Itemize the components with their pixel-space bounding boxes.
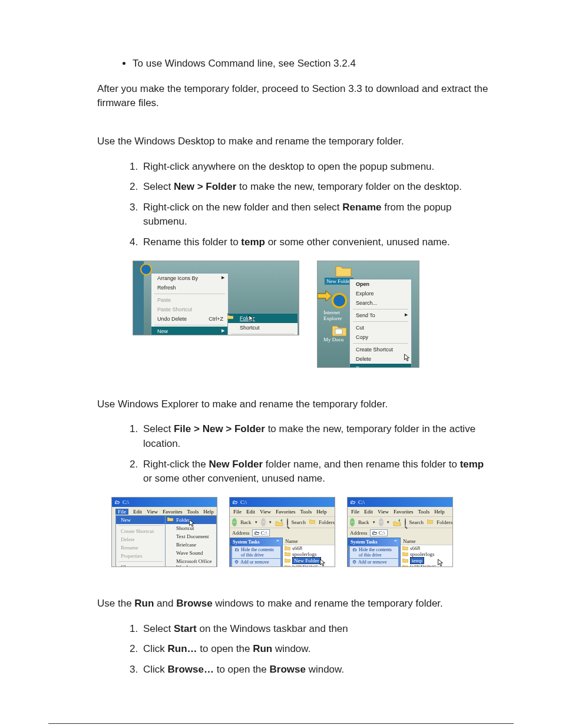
file-item-temp[interactable]: temp [401,557,452,564]
menu-favorites[interactable]: Favorites [276,509,296,515]
task-hide[interactable]: 🗀Hide the contents of this drive [350,546,398,558]
menu-item-delete[interactable]: Delete [350,354,411,364]
menu-favorites[interactable]: Favorites [163,509,183,515]
menu-view[interactable]: View [147,509,158,515]
screenshot-desktop-new-folder: Arrange Icons By Refresh Paste Paste Sho… [133,261,299,335]
my-documents-icon[interactable] [332,324,347,337]
address-bar: Address🗁 C:\ [230,528,335,538]
menu-item-paste-shortcut: Paste Shortcut [151,305,228,314]
document-page: To use Windows Command line, see Section… [0,0,562,723]
collapse-icon[interactable]: ⌃ [394,539,398,545]
ordered-list-desktop: Right-click anywhere on the desktop to o… [97,160,490,250]
menu-item-new[interactable]: New [116,516,166,524]
collapse-icon[interactable]: ⌃ [276,539,280,545]
menu-item-rename[interactable]: Rename [350,364,411,368]
section-intro: Use Windows Explorer to make and rename … [97,397,490,412]
my-documents-label: My Docu [323,337,343,342]
folder-icon[interactable] [335,264,352,277]
list-item: Select New > Folder to make the new, tem… [141,180,490,195]
menu-view[interactable]: View [260,509,271,515]
menu-help[interactable]: Help [434,509,445,515]
menu-file[interactable]: File [233,509,242,515]
ordered-list-explorer: Select File > New > Folder to make the n… [97,422,490,486]
address-bar: Address🗁 C:\ [348,528,452,538]
menu-help[interactable]: Help [203,509,214,515]
menu-item-wave[interactable]: Wave Sound [166,549,216,557]
yellow-arrow-icon [317,289,333,302]
list-item: Right-click on the new folder and then s… [141,200,490,229]
list-item: Right-click the New Folder folder name, … [141,457,490,486]
address-field[interactable]: 🗁 C:\ [370,529,388,536]
menu-file[interactable]: File [115,509,128,515]
menu-item-shortcut[interactable]: Shortcut [228,323,297,332]
file-item-new-folder[interactable]: New Folder [283,557,335,564]
menu-bar: File Edit View Favorites Tools Help [348,507,452,516]
task-addremove[interactable]: ⚙Add or remove programs [232,559,280,567]
folders-button[interactable] [427,519,433,525]
figure-row-desktop: Arrange Icons By Refresh Paste Paste Sho… [133,261,490,368]
menu-item-explore[interactable]: Explore [350,289,411,298]
search-icon[interactable] [287,518,288,526]
folders-button[interactable] [309,519,315,525]
up-button[interactable] [393,518,401,526]
menu-item-briefcase[interactable]: Briefcase [166,541,216,549]
back-button[interactable]: ← [232,518,237,526]
menu-item-arrange[interactable]: Arrange Icons By [151,274,228,283]
menu-tools[interactable]: Tools [418,509,429,515]
menu-tools[interactable]: Tools [187,509,199,515]
file-item[interactable]: s668 [401,545,452,551]
menu-view[interactable]: View [378,509,389,515]
column-header-name[interactable]: Name [283,538,335,545]
menu-item-textdoc[interactable]: Text Document [166,532,216,541]
menu-item-copy[interactable]: Copy [350,332,411,342]
menu-help[interactable]: Help [316,509,327,515]
menu-edit[interactable]: Edit [133,509,142,515]
menu-item-new[interactable]: New [151,327,228,335]
list-item: Right-click anywhere on the desktop to o… [141,160,490,174]
menu-item-open[interactable]: Open [350,279,411,289]
menu-edit[interactable]: Edit [246,509,255,515]
menu-item-refresh[interactable]: Refresh [151,283,228,292]
system-tasks-panel: System Tasks⌃ 🗀Hide the contents of this… [230,538,283,567]
cursor-icon [404,352,411,360]
address-field[interactable]: 🗁 C:\ [252,529,270,536]
file-item[interactable]: spoolerlogs [283,551,335,557]
menu-file[interactable]: File [351,509,359,515]
menu-item-cut[interactable]: Cut [350,323,411,332]
file-item[interactable]: WINDOWS [283,564,335,567]
svg-rect-0 [335,329,342,334]
up-button[interactable] [275,518,283,526]
cursor-icon [189,518,196,526]
forward-button: → [261,518,266,526]
menu-item-word[interactable]: Microsoft Office Word [166,557,216,567]
menu-item-sendto[interactable]: Send To [350,311,411,320]
menu-item-folder[interactable]: Folder [228,314,297,323]
menu-item-close[interactable]: Close [116,563,166,567]
task-hide[interactable]: 🗀Hide the contents of this drive [232,546,280,558]
task-addremove[interactable]: ⚙Add or remove programs [350,559,398,567]
forward-button: → [379,518,384,526]
menu-item-search[interactable]: Search... [350,298,411,308]
cursor-icon [319,557,326,565]
menu-item-create-shortcut[interactable]: Create Shortcut [350,345,411,354]
ie-icon[interactable] [332,293,347,308]
cursor-icon [248,313,255,321]
paragraph: After you make the temporary folder, pro… [97,82,490,111]
column-header-name[interactable]: Name [401,538,452,545]
file-item[interactable]: spoolerlogs [401,551,452,557]
section-intro: Use the Run and Browse windows to make a… [97,597,490,611]
file-item[interactable]: WINDOWS [401,564,452,567]
window-titlebar: 🗁C:\ [230,498,335,507]
menu-edit[interactable]: Edit [364,509,373,515]
menu-bar: File Edit View Favorites Tools Help [230,507,335,516]
window-titlebar: 🗁C:\ [348,498,452,507]
menu-favorites[interactable]: Favorites [394,509,414,515]
menu-tools[interactable]: Tools [300,509,312,515]
list-item: Select Start on the Windows taskbar and … [141,622,490,637]
search-icon[interactable] [405,518,406,526]
back-button[interactable]: ← [350,518,355,526]
file-list: Name s668 spoolerlogs New Folder WINDOWS [283,538,335,567]
menu-item-undo[interactable]: Undo DeleteCtrl+Z [151,314,228,324]
file-list: Name s668 spoolerlogs temp WINDOWS [401,538,452,567]
file-item[interactable]: s668 [283,545,335,551]
